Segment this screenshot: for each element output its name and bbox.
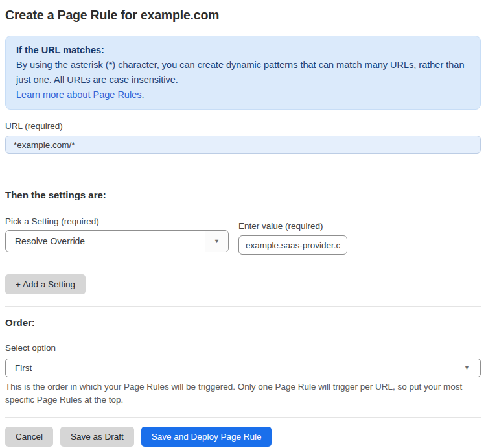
- setting-picker-label: Pick a Setting (required): [5, 217, 229, 227]
- divider: [5, 417, 481, 418]
- setting-picker-column: Pick a Setting (required) Resolve Overri…: [5, 217, 229, 252]
- setting-picker-value: Resolve Override: [6, 231, 205, 252]
- divider: [5, 176, 481, 176]
- order-select-label: Select option: [5, 343, 481, 353]
- cancel-button[interactable]: Cancel: [5, 427, 53, 447]
- order-select-value: First: [15, 363, 32, 373]
- setting-value-input[interactable]: [238, 235, 347, 255]
- info-box-body: By using the asterisk (*) character, you…: [16, 58, 470, 88]
- order-section-heading: Order:: [5, 317, 481, 329]
- url-match-info-box: If the URL matches: By using the asteris…: [5, 36, 481, 110]
- divider: [5, 306, 481, 307]
- url-field-label: URL (required): [5, 121, 481, 132]
- add-setting-button[interactable]: + Add a Setting: [5, 274, 86, 294]
- setting-value-column: Enter value (required): [238, 221, 347, 255]
- page-title: Create a Page Rule for example.com: [5, 8, 481, 23]
- url-input[interactable]: [5, 136, 481, 154]
- order-select-dropdown[interactable]: First ▼: [5, 359, 481, 377]
- info-box-heading: If the URL matches:: [16, 43, 470, 58]
- setting-row: Pick a Setting (required) Resolve Overri…: [5, 217, 481, 255]
- setting-picker-dropdown[interactable]: Resolve Override ▼: [5, 230, 229, 252]
- save-as-draft-button[interactable]: Save as Draft: [60, 427, 134, 447]
- link-suffix: .: [141, 89, 144, 100]
- chevron-down-icon: ▼: [464, 365, 470, 371]
- order-help-text: This is the order in which your Page Rul…: [5, 381, 481, 407]
- chevron-down-icon: ▼: [214, 239, 220, 244]
- setting-picker-arrow-box[interactable]: ▼: [205, 231, 228, 252]
- settings-section-heading: Then the settings are:: [5, 189, 481, 201]
- info-box-link-line: Learn more about Page Rules.: [16, 88, 470, 102]
- save-and-deploy-button[interactable]: Save and Deploy Page Rule: [141, 427, 272, 447]
- footer-actions: Cancel Save as Draft Save and Deploy Pag…: [5, 427, 481, 447]
- setting-value-label: Enter value (required): [238, 221, 347, 231]
- learn-more-link[interactable]: Learn more about Page Rules: [16, 89, 141, 100]
